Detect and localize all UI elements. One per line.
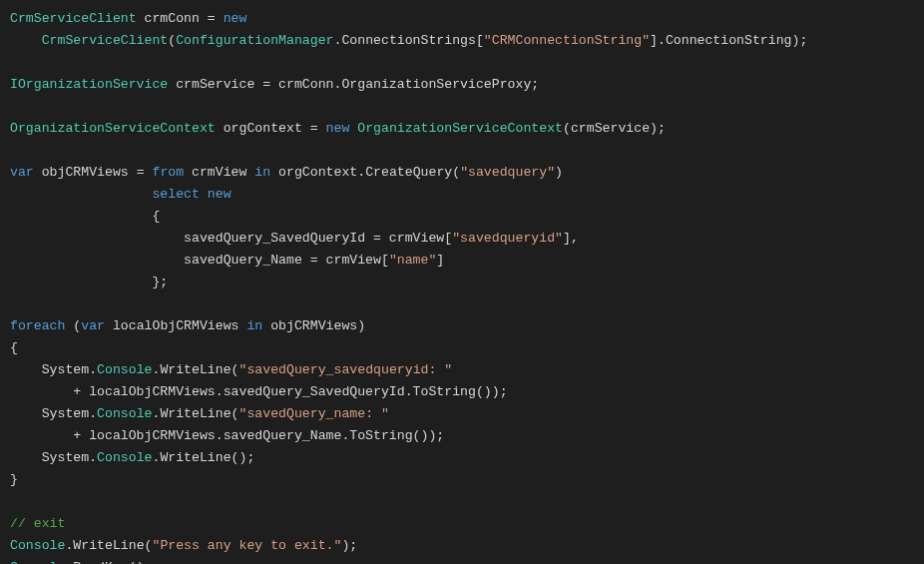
code-token: .WriteLine(: [65, 538, 152, 553]
code-token: orgContext.CreateQuery(: [270, 165, 460, 180]
code-token: );: [341, 538, 357, 553]
code-token: + localObjCRMViews.savedQuery_SavedQuery…: [10, 384, 508, 399]
code-token: .WriteLine(: [152, 406, 238, 421]
code-token: CrmServiceClient: [10, 11, 137, 26]
code-token: "savedquery": [460, 165, 555, 180]
code-token: var: [81, 318, 105, 333]
code-token: [10, 33, 42, 48]
code-token: System.: [10, 362, 97, 377]
code-token: System.: [10, 450, 97, 465]
code-token: {: [10, 209, 160, 224]
code-token: savedQuery_Name = crmView[: [10, 253, 389, 268]
code-token: savedQuery_SavedQueryId = crmView[: [10, 231, 452, 246]
code-token: .WriteLine(: [152, 362, 238, 377]
code-token: [200, 187, 208, 202]
code-token: objCRMViews): [262, 318, 365, 333]
code-token: Console: [97, 362, 152, 377]
code-token: [10, 187, 152, 202]
code-token: foreach: [10, 318, 65, 333]
code-token: objCRMViews =: [34, 165, 153, 180]
code-token: Console: [97, 406, 152, 421]
code-token: + localObjCRMViews.savedQuery_Name.ToStr…: [10, 428, 444, 443]
code-token: ].ConnectionString);: [650, 33, 807, 48]
code-token: in: [254, 165, 270, 180]
code-token: from: [152, 165, 184, 180]
code-token: Console: [10, 538, 65, 553]
code-token: ]: [436, 253, 444, 268]
code-token: ): [555, 165, 563, 180]
code-token: "CRMConnectionString": [484, 33, 650, 48]
code-token: OrganizationServiceContext: [357, 121, 563, 136]
code-token: new: [208, 187, 231, 202]
code-token: };: [10, 275, 168, 289]
code-token: (: [168, 33, 176, 48]
code-token: Console: [97, 450, 152, 465]
code-token: crmService = crmConn.OrganizationService…: [168, 77, 539, 92]
code-token: new: [326, 121, 350, 136]
code-token: CrmServiceClient: [42, 33, 169, 48]
code-token: Console: [10, 560, 65, 564]
code-token: "name": [389, 253, 436, 268]
code-token: (: [65, 318, 81, 333]
code-token: .ReadKey();: [65, 560, 152, 564]
code-token: localObjCRMViews: [105, 318, 246, 333]
code-token: ConfigurationManager: [176, 33, 333, 48]
code-token: orgContext =: [216, 121, 326, 136]
code-token: OrganizationServiceContext: [10, 121, 216, 136]
code-token: select: [152, 187, 199, 202]
code-block: CrmServiceClient crmConn = new CrmServic…: [0, 0, 924, 564]
code-token: System.: [10, 406, 97, 421]
code-token: .WriteLine();: [152, 450, 254, 465]
code-token: "savedQuery_name: ": [239, 406, 389, 421]
code-token: "Press any key to exit.": [152, 538, 341, 553]
code-token: // exit: [10, 516, 65, 531]
code-token: "savedQuery_savedqueryid: ": [239, 362, 453, 377]
code-token: new: [224, 11, 247, 26]
code-token: ],: [563, 231, 579, 246]
code-token: "savedqueryid": [452, 231, 563, 246]
code-token: (crmService);: [563, 121, 666, 136]
code-token: IOrganizationService: [10, 77, 168, 92]
code-token: var: [10, 165, 34, 180]
code-token: }: [10, 472, 18, 487]
code-token: .ConnectionStrings[: [333, 33, 483, 48]
code-token: crmConn =: [137, 11, 224, 26]
code-token: {: [10, 340, 18, 355]
code-token: in: [246, 318, 262, 333]
code-token: crmView: [184, 165, 254, 180]
